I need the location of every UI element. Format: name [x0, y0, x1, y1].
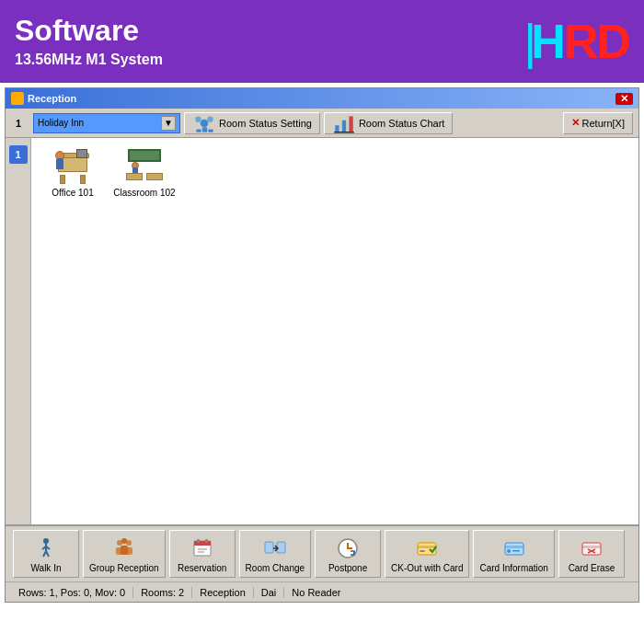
content-area: 1 Office 101 [6, 138, 638, 524]
svg-rect-35 [505, 546, 523, 548]
card-erase-button[interactable]: Card Erase [558, 530, 625, 578]
app-subtitle: 13.56MHz M1 System [15, 52, 163, 68]
room-status-chart-icon [332, 111, 356, 135]
svg-point-10 [43, 538, 49, 544]
card-info-icon [501, 535, 527, 561]
classroom-icon [124, 149, 165, 184]
row-sidebar: 1 [6, 138, 31, 524]
card-info-button[interactable]: Card Information [473, 530, 554, 578]
dropdown-arrow-icon[interactable]: ▼ [161, 116, 176, 131]
svg-point-18 [121, 538, 127, 544]
office-room-label: Office 101 [52, 188, 93, 198]
window-title-text: Reception [28, 93, 76, 104]
hotel-dropdown[interactable]: Holiday Inn ▼ [33, 113, 180, 133]
group-reception-button[interactable]: Group Reception [83, 530, 166, 578]
status-rows: Rows: 1, Pos: 0, Mov: 0 [11, 587, 133, 598]
return-x-icon: ✕ [571, 117, 580, 129]
svg-rect-29 [277, 542, 285, 553]
reservation-label: Reservation [178, 563, 226, 573]
svg-point-0 [201, 119, 209, 127]
app-header: Software 13.56MHz M1 System | H R D [0, 0, 644, 83]
svg-rect-28 [265, 542, 273, 553]
hrd-d: D [596, 14, 629, 69]
ckout-card-button[interactable]: CK-Out with Card [385, 530, 469, 578]
window-title-left: Reception [11, 92, 76, 105]
room-item[interactable]: Office 101 [40, 147, 105, 198]
svg-point-2 [207, 116, 213, 122]
status-bar: Rows: 1, Pos: 0, Mov: 0 Rooms: 2 Recepti… [6, 581, 638, 602]
card-erase-label: Card Erase [569, 563, 615, 573]
return-label: Return[X] [582, 118, 625, 129]
status-rooms: Rooms: 2 [133, 587, 192, 598]
rooms-grid: Office 101 Classroom 102 [31, 138, 638, 524]
bottom-toolbar: Walk In Group Reception Reservation Room… [6, 524, 638, 581]
app-title: Software [15, 15, 163, 47]
toolbar: 1 Holiday Inn ▼ Room Status Setting [6, 109, 638, 138]
room-status-setting-button[interactable]: Room Status Setting [184, 112, 320, 134]
svg-rect-27 [205, 539, 208, 543]
svg-point-36 [507, 549, 511, 553]
svg-rect-38 [582, 543, 601, 555]
svg-rect-3 [196, 129, 201, 132]
svg-rect-8 [349, 116, 352, 132]
svg-point-1 [195, 116, 201, 122]
walk-in-icon [33, 535, 59, 561]
svg-rect-7 [342, 120, 346, 132]
svg-rect-33 [420, 550, 425, 552]
svg-rect-34 [505, 543, 523, 555]
classroom-room-label: Classroom 102 [113, 188, 175, 198]
hrd-h: H [531, 14, 564, 69]
walk-in-button[interactable]: Walk In [13, 530, 79, 578]
svg-rect-39 [582, 546, 601, 548]
svg-rect-37 [512, 550, 520, 552]
svg-rect-23 [194, 541, 211, 546]
toolbar-row-num: 1 [11, 118, 26, 129]
room-status-chart-button[interactable]: Room Status Chart [324, 112, 454, 134]
classroom-room-icon [122, 147, 167, 186]
header-left: Software 13.56MHz M1 System [15, 15, 163, 67]
walk-in-label: Walk In [31, 563, 62, 573]
hrd-logo: | H R D [523, 13, 629, 70]
room-status-setting-icon [192, 111, 216, 135]
status-reader: No Reader [284, 587, 348, 598]
room-status-chart-label: Room Status Chart [359, 118, 445, 129]
row-badge: 1 [9, 145, 28, 164]
room-status-setting-label: Room Status Setting [219, 118, 312, 129]
svg-rect-26 [197, 539, 200, 543]
status-dai: Dai [254, 587, 285, 598]
hrd-r: R [564, 14, 597, 69]
window-icon [11, 92, 24, 105]
svg-rect-21 [121, 546, 128, 555]
postpone-label: Postpone [328, 563, 367, 573]
card-erase-icon [579, 535, 604, 561]
reservation-icon [190, 535, 215, 561]
room-change-label: Room Change [246, 563, 305, 573]
return-button[interactable]: ✕ Return[X] [563, 112, 633, 134]
ckout-card-label: CK-Out with Card [391, 563, 463, 573]
svg-rect-6 [335, 125, 339, 132]
ckout-card-icon [414, 535, 440, 561]
svg-rect-4 [202, 127, 207, 132]
svg-line-15 [46, 551, 49, 557]
office-room-icon [51, 147, 95, 186]
svg-rect-31 [418, 543, 436, 555]
room-item[interactable]: Classroom 102 [112, 147, 177, 198]
room-change-button[interactable]: Room Change [239, 530, 311, 578]
postpone-button[interactable]: Postpone [315, 530, 381, 578]
room-change-icon [262, 535, 288, 561]
office-desk-icon [52, 149, 93, 184]
group-reception-label: Group Reception [89, 563, 159, 573]
hrd-pipe: | [523, 13, 531, 70]
hotel-dropdown-value: Holiday Inn [38, 118, 84, 128]
main-window: Reception ✕ 1 Holiday Inn ▼ Room Status … [5, 87, 639, 603]
svg-rect-5 [208, 129, 213, 132]
window-close-button[interactable]: ✕ [615, 93, 633, 105]
card-info-label: Card Information [479, 563, 547, 573]
status-reception: Reception [192, 587, 254, 598]
group-reception-icon [111, 535, 137, 561]
window-titlebar: Reception ✕ [6, 88, 638, 109]
svg-rect-32 [418, 546, 436, 548]
reservation-button[interactable]: Reservation [169, 530, 236, 578]
postpone-icon [335, 535, 361, 561]
